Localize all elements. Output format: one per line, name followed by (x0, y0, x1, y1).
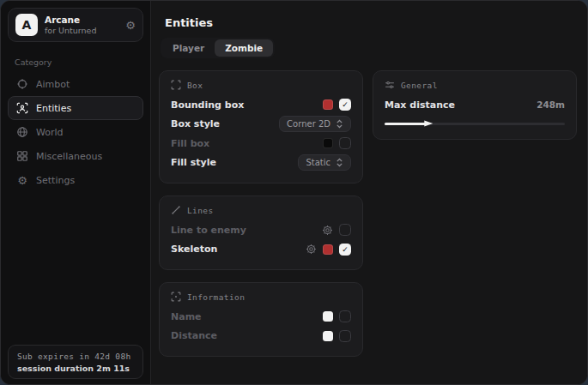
gear-icon: ⚙ (16, 174, 28, 186)
color-swatch[interactable] (323, 244, 333, 255)
brand-text: Arcane for Unturned (45, 15, 118, 36)
gear-icon[interactable]: ⚙ (125, 20, 136, 31)
slider-value: 248m (536, 99, 565, 110)
setting-label: Skeleton (171, 244, 217, 255)
sidebar-item-entities[interactable]: Entities (8, 96, 143, 120)
category-label: Category (15, 57, 136, 67)
sidebar: A Arcane for Unturned ⚙ Category Aimbot (1, 1, 151, 384)
checkbox-checked[interactable]: ✓ (339, 244, 351, 256)
card-header-label: Information (187, 292, 245, 302)
sidebar-item-world[interactable]: World (8, 120, 143, 144)
setting-label: Line to enemy (171, 225, 246, 236)
sliders-icon (385, 80, 395, 90)
information-card-header: Information (171, 292, 351, 302)
card-header-label: Lines (187, 206, 214, 215)
setting-row-box-style: Box style Corner 2D (171, 115, 351, 135)
settings-content: Box Bounding box ✓ Box style Corner 2D (159, 70, 577, 357)
globe-icon (16, 126, 28, 138)
setting-row-fill-box: Fill box (171, 134, 351, 153)
box-card-header: Box (171, 80, 351, 90)
setting-row-distance: Distance (171, 327, 351, 346)
session-duration-text: session duration 2m 11s (17, 364, 134, 373)
color-swatch[interactable] (323, 331, 333, 341)
tab-zombie[interactable]: Zombie (215, 39, 273, 57)
setting-label: Name (171, 311, 202, 322)
setting-row-line-to-enemy: Line to enemy (171, 220, 351, 240)
sidebar-item-label: Aimbot (36, 79, 70, 90)
setting-row-skeleton: Skeleton ✓ (171, 240, 351, 260)
main-panel: Entities Player Zombie Box (151, 1, 587, 384)
checkbox-unchecked[interactable] (339, 137, 351, 149)
box-card: Box Bounding box ✓ Box style Corner 2D (159, 70, 363, 183)
general-card-header: General (385, 80, 565, 90)
general-card: General Max distance 248m (373, 70, 577, 140)
setting-label: Fill style (171, 157, 216, 168)
sidebar-item-label: Settings (36, 175, 75, 186)
left-column: Box Bounding box ✓ Box style Corner 2D (159, 70, 363, 357)
person-scan-icon (16, 102, 28, 114)
setting-label: Bounding box (171, 99, 244, 111)
checkbox-checked[interactable]: ✓ (339, 99, 351, 111)
fill-style-dropdown[interactable]: Static (298, 154, 351, 171)
sub-expiry-text: Sub expires in 42d 08h (17, 352, 134, 361)
brand-card: A Arcane for Unturned ⚙ (8, 8, 143, 42)
setting-label: Fill box (171, 138, 209, 149)
setting-row-name: Name (171, 307, 351, 327)
subscription-card: Sub expires in 42d 08h session duration … (8, 345, 143, 379)
slider-thumb[interactable] (424, 119, 433, 128)
color-swatch[interactable] (323, 311, 333, 322)
scan-target-icon (171, 292, 181, 302)
sidebar-item-label: World (36, 127, 64, 138)
settings-gear-icon[interactable] (322, 225, 333, 236)
color-swatch[interactable] (323, 138, 333, 148)
sidebar-nav: Aimbot Entities World (1, 72, 150, 192)
setting-label: Distance (171, 330, 217, 341)
setting-row-bounding-box: Bounding box ✓ (171, 95, 351, 115)
slider-fill (385, 123, 426, 125)
sidebar-item-settings[interactable]: ⚙ Settings (8, 168, 143, 192)
lines-card: Lines Line to enemy (159, 196, 363, 270)
page-title: Entities (165, 16, 577, 29)
brand-title: Arcane (45, 15, 118, 26)
setting-row-max-distance: Max distance 248m (385, 95, 565, 115)
app-window: A Arcane for Unturned ⚙ Category Aimbot (0, 0, 588, 385)
grid-icon (16, 150, 28, 162)
checkbox-unchecked[interactable] (339, 224, 351, 236)
sidebar-item-miscellaneous[interactable]: Miscellaneous (8, 144, 143, 168)
right-column: General Max distance 248m (373, 70, 577, 140)
brand-logo: A (15, 14, 38, 36)
crosshair-icon (16, 78, 28, 90)
sidebar-item-label: Entities (36, 103, 71, 114)
chevrons-up-down-icon (336, 119, 343, 129)
line-icon (171, 205, 181, 215)
information-card: Information Name Distance (159, 282, 363, 357)
setting-label: Box style (171, 118, 220, 129)
checkbox-unchecked[interactable] (339, 310, 351, 322)
entity-tabs: Player Zombie (161, 38, 275, 58)
box-style-dropdown[interactable]: Corner 2D (279, 116, 351, 132)
dropdown-value: Static (306, 158, 330, 167)
checkbox-unchecked[interactable] (339, 330, 351, 342)
card-header-label: Box (187, 81, 203, 90)
setting-label: Max distance (385, 99, 455, 111)
settings-gear-icon[interactable] (306, 244, 317, 255)
chevrons-up-down-icon (336, 158, 343, 167)
max-distance-slider[interactable] (385, 118, 565, 129)
setting-row-fill-style: Fill style Static (171, 153, 351, 173)
scan-box-icon (171, 80, 181, 90)
sidebar-item-label: Miscellaneous (36, 151, 102, 162)
dropdown-value: Corner 2D (287, 119, 330, 129)
lines-card-header: Lines (171, 205, 351, 215)
tab-player[interactable]: Player (162, 39, 215, 57)
card-header-label: General (401, 81, 438, 90)
brand-subtitle: for Unturned (45, 26, 118, 36)
sidebar-item-aimbot[interactable]: Aimbot (8, 72, 143, 96)
color-swatch[interactable] (323, 99, 333, 110)
